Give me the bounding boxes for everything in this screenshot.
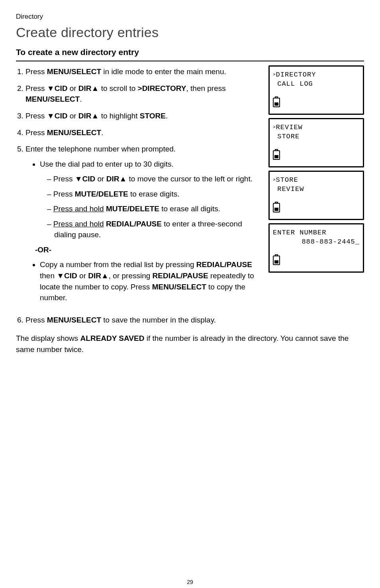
step-5-dash-3: Press and hold MUTE/DELETE to erase all … bbox=[47, 203, 262, 214]
battery-icon bbox=[273, 98, 280, 107]
breadcrumb: Directory bbox=[16, 12, 364, 22]
step-1: Press MENU/SELECT in idle mode to enter … bbox=[25, 66, 262, 77]
step-5-bullet-1: Use the dial pad to enter up to 30 digit… bbox=[40, 159, 262, 240]
step-5-dash-4: Press and hold REDIAL/PAUSE to enter a t… bbox=[47, 218, 262, 240]
lcd1-line1: DIRECTORY bbox=[276, 71, 316, 79]
steps-list: Press MENU/SELECT in idle mode to enter … bbox=[16, 66, 262, 303]
step-2: Press ▼CID or DIR▲ to scroll to >DIRECTO… bbox=[25, 83, 262, 105]
step-5-dash-1: Press ▼CID or DIR▲ to move the cursor to… bbox=[47, 173, 262, 185]
lcd-screen-2: >REVIEW STORE bbox=[268, 118, 364, 167]
step-6: Press MENU/SELECT to save the number in … bbox=[25, 315, 364, 326]
step-5-dash-2: Press MUTE/DELETE to erase digits. bbox=[47, 189, 262, 200]
battery-icon bbox=[273, 256, 280, 265]
lcd2-line2: STORE bbox=[273, 133, 300, 140]
lcd4-line2: 888-883-2445_ bbox=[273, 238, 360, 247]
or-separator: -OR- bbox=[35, 244, 262, 256]
battery-icon bbox=[273, 203, 280, 212]
lcd-screen-1: >DIRECTORY CALL LOG bbox=[268, 65, 364, 115]
battery-icon bbox=[273, 150, 280, 160]
step-5-bullet-2: Copy a number from the redial list by pr… bbox=[40, 259, 262, 303]
lcd-column: >DIRECTORY CALL LOG >REVIEW STORE >STORE… bbox=[268, 65, 364, 273]
step-3: Press ▼CID or DIR▲ to highlight STORE. bbox=[25, 110, 262, 122]
lcd3-line1: STORE bbox=[276, 176, 298, 184]
step-4: Press MENU/SELECT. bbox=[25, 127, 262, 138]
section-heading: To create a new directory entry bbox=[16, 46, 364, 61]
page-title: Create directory entries bbox=[16, 23, 364, 42]
page-number: 29 bbox=[16, 578, 364, 586]
lcd2-line1: REVIEW bbox=[276, 124, 303, 131]
steps-list-cont: Press MENU/SELECT to save the number in … bbox=[16, 315, 364, 326]
lcd-screen-4: ENTER NUMBER 888-883-2445_ bbox=[268, 223, 364, 273]
lcd1-line2: CALL LOG bbox=[273, 80, 313, 88]
lcd4-line1: ENTER NUMBER bbox=[273, 229, 326, 236]
lcd3-line2: REVIEW bbox=[273, 185, 304, 193]
after-paragraph: The display shows ALREADY SAVED if the n… bbox=[16, 333, 364, 355]
lcd-screen-3: >STORE REVIEW bbox=[268, 171, 364, 220]
step-5: Enter the telephone number when prompted… bbox=[25, 144, 262, 303]
